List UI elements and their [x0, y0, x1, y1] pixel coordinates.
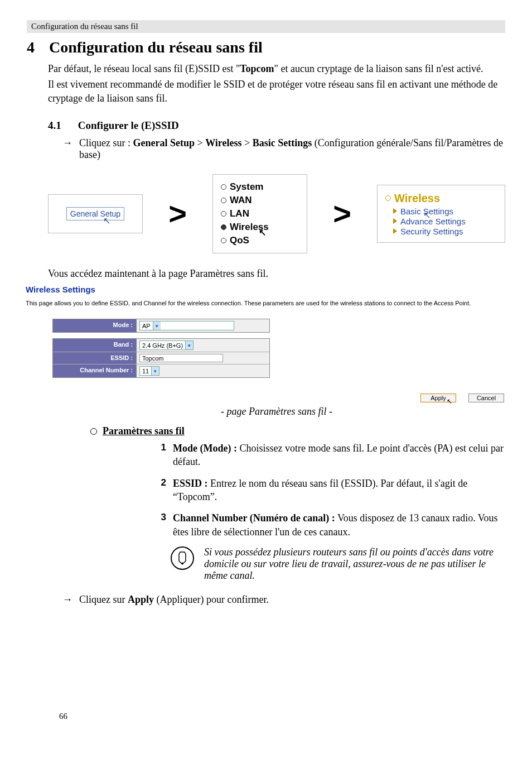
panel-wireless-submenu: Wireless Basic Settings ↖ Advance Settin… [377, 185, 505, 243]
label-essid: ESSID : [53, 352, 137, 364]
subsection-heading: 4.1 Configurer le (E)SSID [48, 119, 505, 132]
cursor-icon: ↖ [447, 397, 452, 405]
figure-caption: - page Paramètres sans fil - [48, 406, 505, 418]
label-band: Band : [53, 339, 137, 352]
ws-description: This page allows you to define ESSID, an… [26, 300, 505, 306]
cursor-icon: ↖ [103, 215, 110, 226]
chevron-right-icon: > [333, 198, 351, 229]
svg-point-0 [182, 562, 183, 564]
ws-title: Wireless Settings [26, 285, 505, 294]
page-number: 66 [59, 712, 67, 721]
triangle-bullet-icon [393, 208, 397, 214]
section-title: Configuration du réseau sans fil [49, 39, 263, 56]
note-block: Si vous possédez plusieurs routeurs sans… [171, 546, 505, 582]
general-setup-button[interactable]: General Setup ↖ [66, 207, 124, 220]
cursor-icon: ↖ [259, 227, 266, 238]
triangle-bullet-icon [393, 228, 397, 234]
select-value: 2.4 GHz (B+G) [142, 342, 183, 349]
mode-select[interactable]: AP ▾ [139, 321, 234, 330]
submenu-item-basic-settings[interactable]: Basic Settings ↖ [393, 207, 497, 216]
chevron-right-icon: > [168, 198, 187, 229]
label-mode: Mode : [53, 319, 137, 332]
radio-selected-icon [221, 224, 226, 230]
subsection-number: 4.1 [48, 119, 61, 132]
select-value: AP [142, 323, 151, 329]
select-value: 11 [142, 368, 149, 375]
ws-form-top: Mode : AP ▾ [52, 319, 270, 333]
running-header: Configuration du réseau sans fil [27, 20, 505, 33]
instruction-step-1: → Cliquez sur : General Setup > Wireless… [62, 137, 505, 161]
numbered-list: 1 Mode (Mode) : Choisissez votre mode sa… [48, 442, 505, 539]
intro-paragraph-2: Il est vivement recommandé de modifier l… [48, 78, 505, 105]
section-number: 4 [27, 39, 37, 56]
chevron-down-icon: ▾ [153, 322, 161, 330]
radio-unselected-icon [221, 211, 226, 217]
radio-unselected-icon [221, 238, 226, 243]
cancel-button[interactable]: Cancel [468, 394, 504, 402]
intro-paragraph-1: Par défaut, le réseau local sans fil (E)… [48, 62, 505, 75]
instruction-step-2: → Cliquez sur Apply (Appliquer) pour con… [62, 594, 505, 606]
button-label: General Setup [70, 209, 120, 218]
list-item: 1 Mode (Mode) : Choisissez votre mode sa… [157, 442, 505, 469]
chevron-down-icon: ▾ [151, 367, 159, 375]
note-text: Si vous possédez plusieurs routeurs sans… [204, 546, 505, 582]
submenu-item-security-settings[interactable]: Security Settings [393, 227, 497, 236]
circle-bullet-icon [90, 428, 97, 435]
after-nav-text: Vous accédez maintenant à la page Paramè… [48, 267, 505, 280]
triangle-bullet-icon [393, 218, 397, 224]
submenu-item-advance-settings[interactable]: Advance Settings [393, 217, 497, 226]
wireless-heading-label: Paramètres sans fil [103, 425, 185, 437]
radio-selected-icon [385, 195, 391, 201]
panel-general-setup: General Setup ↖ [48, 194, 143, 233]
radio-unselected-icon [221, 198, 226, 203]
menu-item-wan[interactable]: WAN [221, 195, 299, 206]
menu-item-wireless[interactable]: Wireless ↖ [221, 222, 299, 233]
list-item: 2 ESSID : Entrez le nom du réseau sans f… [157, 477, 505, 504]
menu-item-system[interactable]: System [221, 181, 299, 193]
menu-item-lan[interactable]: LAN [221, 208, 299, 219]
wireless-settings-screenshot: Wireless Settings This page allows you t… [26, 285, 505, 402]
list-item: 3 Channel Number (Numéro de canal) : Vou… [157, 511, 505, 539]
chevron-down-icon: ▾ [185, 341, 193, 349]
section-heading: 4 Configuration du réseau sans fil [27, 39, 505, 56]
radio-unselected-icon [221, 184, 226, 190]
channel-select[interactable]: 11 ▾ [139, 366, 159, 376]
panel-main-menu: System WAN LAN Wireless ↖ QoS [212, 174, 307, 253]
essid-input[interactable]: Topcom [139, 354, 223, 362]
button-label: Apply [431, 395, 446, 401]
band-select[interactable]: 2.4 GHz (B+G) ▾ [139, 340, 194, 350]
info-icon [171, 546, 194, 570]
ws-form-main: Band : 2.4 GHz (B+G) ▾ ESSID : Topcom Ch… [52, 338, 270, 378]
arrow-icon: → [62, 137, 72, 161]
submenu-title: Wireless [385, 192, 497, 205]
subsection-title: Configurer le (E)SSID [78, 119, 179, 132]
navigation-figure: General Setup ↖ > System WAN LAN Wireles… [48, 174, 505, 253]
arrow-icon: → [62, 594, 72, 606]
apply-button[interactable]: Apply ↖ [420, 394, 456, 402]
label-channel: Channel Number : [53, 364, 137, 377]
wireless-heading: Paramètres sans fil [90, 425, 505, 437]
